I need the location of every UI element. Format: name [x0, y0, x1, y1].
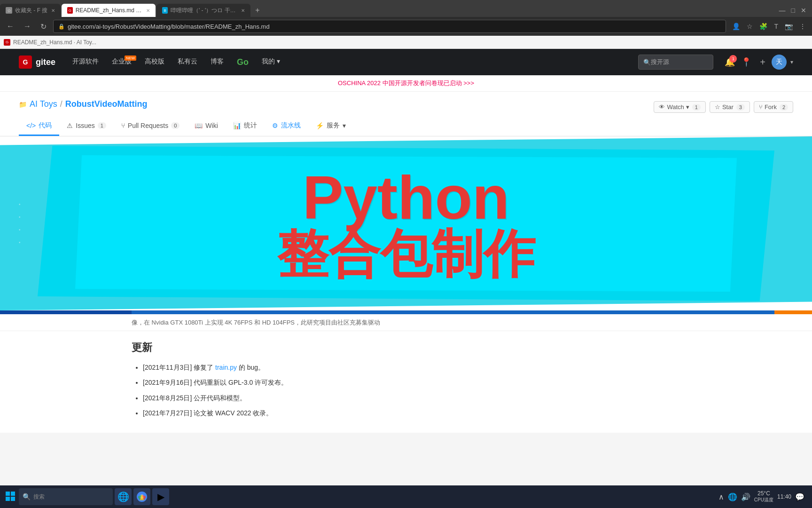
settings-icon[interactable]: ⋮: [797, 22, 808, 31]
tab-1-close[interactable]: ✕: [51, 8, 55, 13]
progress-right: [774, 310, 812, 314]
refresh-button[interactable]: ↻: [38, 21, 49, 32]
nav-go[interactable]: Go: [231, 55, 254, 70]
tab-2-close[interactable]: ✕: [146, 8, 150, 13]
start-button[interactable]: [4, 490, 17, 504]
site-tab-title: README_zh_Hans.md · AI Toy...: [13, 39, 96, 46]
eye-icon: 👁: [659, 103, 665, 111]
temp-value: 25°C: [754, 490, 773, 497]
gitee-logo[interactable]: G gitee: [19, 56, 55, 69]
update-item-4: [2021年7月27日] 论文被 WACV 2022 收录。: [143, 408, 680, 418]
tab-stats[interactable]: 📊 统计: [226, 117, 265, 136]
extensions-icon[interactable]: 🧩: [757, 22, 770, 31]
tab-3-title: 哔哩哔哩（' - '）つロ 干杯--bili...: [171, 7, 237, 15]
tray-speaker-icon[interactable]: 🔊: [741, 492, 750, 501]
taskbar-video-icon: ▶: [157, 491, 164, 502]
taskbar: 🔍 搜索 🌐 ▶ ∧ 🌐 🔊 25°C CPU温度 11:40 💬: [0, 485, 812, 508]
tab-pipeline[interactable]: ⚙ 流水线: [265, 117, 308, 136]
repo-name-link[interactable]: RobustVideoMatting: [65, 99, 148, 109]
update-item-3: [2021年8月25日] 公开代码和模型。: [143, 393, 680, 403]
search-icon: 🔍: [643, 59, 651, 66]
tab-2[interactable]: G README_zh_Hans.md · AI Toy... ✕: [62, 4, 156, 17]
nav-opensource[interactable]: 开源软件: [67, 55, 104, 70]
description-bar: 像，在 Nvidia GTX 1080Ti 上实现 4K 76FPS 和 HD …: [0, 314, 812, 331]
user-avatar[interactable]: 天: [772, 55, 787, 70]
tab-pull-requests[interactable]: ⑂ Pull Requests 0: [114, 117, 187, 136]
repo-separator: /: [60, 99, 62, 109]
nav-enterprise[interactable]: 企业版: [106, 55, 137, 70]
repo-actions: 👁 Watch ▾ 1 ☆ Star 3 ⑂ Fork 2: [654, 101, 793, 113]
repo-path: 📁 AI Toys / RobustVideoMatting: [19, 99, 147, 109]
fork-count: 2: [780, 104, 788, 111]
svg-rect-1: [11, 492, 15, 496]
address-text: gitee.com/ai-toys/RobustVideoMatting/blo…: [68, 23, 270, 30]
fork-button[interactable]: ⑂ Fork 2: [754, 101, 793, 113]
tab-1[interactable]: ☆ 收藏夹 - F 搜 ✕: [0, 4, 61, 17]
taskbar-browser-icon: 🌐: [117, 491, 129, 502]
issues-icon: ⚠: [67, 122, 73, 129]
tab-pr-label: Pull Requests: [128, 122, 168, 129]
svg-rect-2: [6, 497, 10, 501]
repo-header: 📁 AI Toys / RobustVideoMatting 👁 Watch ▾…: [0, 92, 812, 136]
close-window-icon[interactable]: ✕: [801, 7, 806, 14]
tab-3[interactable]: B 哔哩哔哩（' - '）つロ 干杯--bili... ✕: [156, 4, 250, 17]
minimize-icon[interactable]: —: [779, 7, 786, 14]
notice-link[interactable]: OSCHINA 2022 中国开源开发者问卷现已启动 >>>: [338, 79, 474, 87]
restore-icon[interactable]: □: [791, 7, 795, 14]
site-body: G README_zh_Hans.md · AI Toy... G gitee …: [0, 36, 812, 433]
notification-center-icon[interactable]: 💬: [795, 492, 804, 501]
gitee-logo-text: gitee: [36, 57, 55, 67]
tray-network-icon[interactable]: 🌐: [728, 492, 737, 501]
header-search[interactable]: 🔍 搜开源: [638, 55, 713, 70]
tab-services[interactable]: ⚡ 服务 ▾: [308, 117, 353, 136]
svg-rect-3: [11, 497, 15, 501]
location-icon[interactable]: 📍: [739, 56, 754, 68]
repo-org-link[interactable]: AI Toys: [30, 99, 57, 109]
forward-button[interactable]: →: [21, 21, 34, 32]
notification-button[interactable]: 🔔 1: [725, 57, 735, 67]
nav-private[interactable]: 私有云: [172, 55, 203, 70]
pipeline-icon: ⚙: [272, 122, 278, 129]
new-tab-button[interactable]: +: [251, 6, 263, 15]
update-item-4-text: [2021年7月27日] 论文被 WACV 2022 收录。: [143, 409, 273, 417]
nav-mine[interactable]: 我的 ▾: [256, 55, 286, 70]
watch-button[interactable]: 👁 Watch ▾ 1: [654, 101, 705, 113]
back-button[interactable]: ←: [4, 21, 17, 32]
browser-actions: 👤 ☆ 🧩 T 📷 ⋮: [730, 22, 808, 31]
tab-collapse: — □ ✕: [779, 7, 812, 14]
taskbar-video[interactable]: ▶: [152, 488, 169, 505]
tab-code[interactable]: </> 代码: [19, 117, 59, 136]
tab-wiki[interactable]: 📖 Wiki: [187, 117, 225, 136]
avatar-dropdown-icon[interactable]: ▾: [790, 59, 793, 65]
taskbar-chrome[interactable]: [133, 488, 150, 505]
tab-issues[interactable]: ⚠ Issues 1: [59, 117, 114, 136]
address-field[interactable]: 🔒 gitee.com/ai-toys/RobustVideoMatting/b…: [53, 20, 726, 33]
issues-badge: 1: [98, 122, 106, 129]
search-placeholder: 搜开源: [651, 58, 669, 66]
translate-icon[interactable]: T: [772, 22, 781, 31]
nav-blog[interactable]: 博客: [205, 55, 229, 70]
add-button[interactable]: +: [757, 56, 768, 69]
tab-3-close[interactable]: ✕: [241, 8, 245, 13]
nav-links: 开源软件 企业版 高校版 私有云 博客 Go 我的 ▾: [67, 55, 286, 70]
tray-up-icon[interactable]: ∧: [718, 492, 724, 501]
tab-pipeline-label: 流水线: [281, 121, 301, 130]
wiki-icon: 📖: [195, 122, 203, 129]
bookmark-icon[interactable]: ☆: [744, 22, 755, 31]
profile-icon[interactable]: 👤: [730, 22, 742, 31]
tab-2-favicon: G: [67, 7, 72, 14]
taskbar-tray: ∧ 🌐 🔊 25°C CPU温度 11:40 💬: [718, 490, 808, 503]
tab-stats-label: 统计: [244, 121, 257, 130]
watch-dropdown-icon: ▾: [686, 103, 689, 111]
tab-code-label: 代码: [39, 121, 52, 130]
favicon-bar: G README_zh_Hans.md · AI Toy...: [0, 36, 812, 49]
taskbar-search[interactable]: 🔍 搜索: [19, 488, 113, 505]
star-button[interactable]: ☆ Star 3: [710, 101, 750, 113]
taskbar-browser[interactable]: 🌐: [115, 488, 132, 505]
header-actions: 🔔 1 📍 + 天 ▾: [725, 55, 793, 70]
tab-issues-label: Issues: [76, 122, 94, 129]
nav-education[interactable]: 高校版: [139, 55, 170, 70]
screenshots-icon[interactable]: 📷: [782, 22, 795, 31]
clock[interactable]: 11:40: [777, 493, 791, 501]
lock-icon: 🔒: [58, 24, 65, 30]
